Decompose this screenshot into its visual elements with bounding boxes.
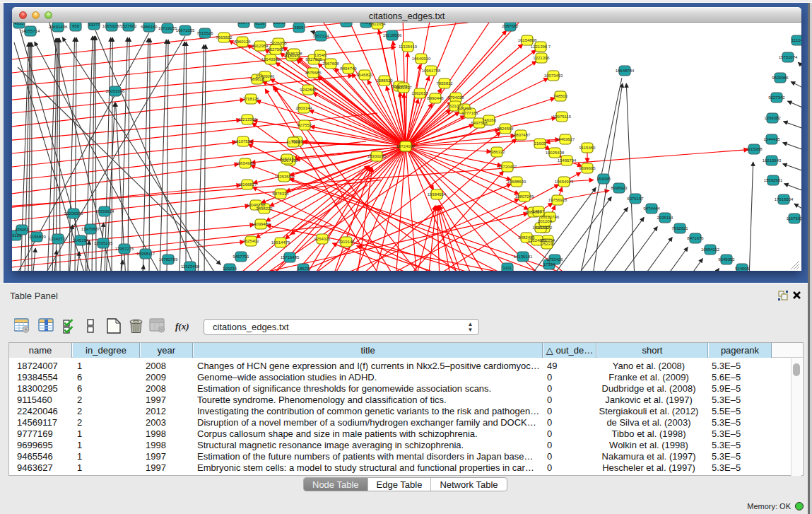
svg-text:427552: 427552 bbox=[298, 123, 312, 127]
svg-text:9777169: 9777169 bbox=[461, 111, 478, 115]
svg-text:14055714: 14055714 bbox=[21, 29, 40, 33]
svg-text:9115460: 9115460 bbox=[579, 146, 596, 150]
svg-text:10807487: 10807487 bbox=[512, 133, 531, 137]
svg-text:3809: 3809 bbox=[294, 25, 304, 30]
svg-text:9474444: 9474444 bbox=[643, 206, 660, 211]
svg-text:16154808: 16154808 bbox=[518, 38, 537, 42]
svg-text:8471676: 8471676 bbox=[687, 236, 704, 240]
svg-text:3875685: 3875685 bbox=[305, 71, 322, 75]
svg-text:2935114: 2935114 bbox=[657, 216, 674, 220]
svg-text:8813054: 8813054 bbox=[369, 23, 386, 26]
svg-text:10653287: 10653287 bbox=[102, 24, 122, 28]
svg-text:2087682: 2087682 bbox=[502, 24, 519, 28]
svg-text:18300295: 18300295 bbox=[367, 154, 387, 158]
svg-text:1254021: 1254021 bbox=[314, 237, 331, 241]
svg-text:164095: 164095 bbox=[596, 177, 611, 181]
svg-text:12213369: 12213369 bbox=[238, 117, 257, 122]
svg-text:16640910: 16640910 bbox=[412, 57, 431, 61]
svg-text:1527602: 1527602 bbox=[120, 24, 137, 28]
svg-text:435051: 435051 bbox=[15, 228, 30, 232]
svg-text:2803144: 2803144 bbox=[295, 106, 312, 110]
svg-text:11923468: 11923468 bbox=[181, 264, 200, 269]
svg-text:6379197: 6379197 bbox=[627, 197, 644, 201]
svg-text:10958117: 10958117 bbox=[136, 252, 155, 256]
svg-text:1919146: 1919146 bbox=[338, 240, 355, 244]
svg-text:15592951: 15592951 bbox=[764, 178, 783, 182]
svg-text:14099489: 14099489 bbox=[252, 222, 271, 226]
svg-text:39159: 39159 bbox=[12, 233, 22, 238]
svg-text:10025438: 10025438 bbox=[546, 151, 565, 155]
svg-text:6794028: 6794028 bbox=[447, 95, 464, 100]
svg-text:17359924: 17359924 bbox=[95, 209, 114, 214]
svg-text:1221396: 1221396 bbox=[533, 56, 550, 60]
svg-text:15751074: 15751074 bbox=[779, 55, 798, 59]
svg-text:1221396 7: 1221396 7 bbox=[531, 45, 551, 49]
svg-text:18523: 18523 bbox=[298, 267, 310, 271]
svg-text:16210643: 16210643 bbox=[763, 158, 782, 163]
svg-text:20053346: 20053346 bbox=[106, 89, 125, 93]
svg-text:2967608: 2967608 bbox=[322, 62, 339, 66]
svg-text:1209382: 1209382 bbox=[764, 116, 781, 120]
svg-text:1244415: 1244415 bbox=[763, 137, 780, 141]
svg-text:18807249: 18807249 bbox=[515, 194, 534, 199]
svg-text:1145194: 1145194 bbox=[73, 238, 90, 243]
svg-text:13495794: 13495794 bbox=[558, 158, 577, 163]
svg-text:20206556: 20206556 bbox=[64, 211, 83, 216]
svg-text:201204: 201204 bbox=[538, 219, 553, 223]
svg-text:1733426: 1733426 bbox=[546, 257, 563, 262]
svg-text:15716485: 15716485 bbox=[281, 255, 300, 259]
svg-text:19654923: 19654923 bbox=[555, 180, 574, 184]
svg-text:9699695: 9699695 bbox=[579, 166, 596, 170]
svg-text:924505: 924505 bbox=[735, 267, 750, 271]
svg-text:3498222: 3498222 bbox=[256, 206, 273, 211]
svg-text:746266: 746266 bbox=[482, 118, 497, 122]
svg-text:7515526: 7515526 bbox=[196, 31, 213, 35]
svg-text:5878334: 5878334 bbox=[272, 192, 289, 196]
svg-text:5822037: 5822037 bbox=[395, 86, 412, 90]
svg-text:9242848: 9242848 bbox=[300, 88, 317, 92]
svg-text:11325419: 11325419 bbox=[399, 45, 418, 49]
svg-text:1411: 1411 bbox=[503, 266, 513, 270]
svg-text:f(x): f(x) bbox=[175, 321, 189, 332]
svg-text:7663822: 7663822 bbox=[216, 35, 233, 40]
svg-text:10688609: 10688609 bbox=[507, 180, 526, 184]
svg-text:14567: 14567 bbox=[533, 209, 545, 214]
svg-text:17334: 17334 bbox=[543, 262, 555, 267]
svg-text:989618: 989618 bbox=[250, 77, 265, 81]
svg-text:1615132: 1615132 bbox=[532, 226, 549, 230]
svg-text:18724007: 18724007 bbox=[396, 144, 416, 148]
svg-text:8938923: 8938923 bbox=[611, 186, 628, 190]
svg-text:16543362: 16543362 bbox=[261, 57, 281, 62]
svg-text:15353594: 15353594 bbox=[275, 175, 294, 179]
svg-text:8912954: 8912954 bbox=[252, 44, 269, 48]
svg-text:16782759: 16782759 bbox=[159, 257, 178, 262]
svg-text:7955812: 7955812 bbox=[436, 81, 453, 86]
svg-text:8990448: 8990448 bbox=[427, 96, 444, 100]
svg-text:19166827: 19166827 bbox=[238, 182, 257, 187]
svg-text:9327505: 9327505 bbox=[305, 57, 322, 62]
svg-text:9529966: 9529966 bbox=[772, 76, 789, 80]
svg-text:3824554: 3824554 bbox=[497, 127, 514, 131]
svg-text:13546: 13546 bbox=[314, 53, 326, 57]
svg-text:16914479: 16914479 bbox=[271, 240, 290, 245]
svg-text:2482485: 2482485 bbox=[518, 235, 535, 240]
svg-text:10719155: 10719155 bbox=[158, 26, 177, 30]
svg-text:109234: 109234 bbox=[223, 267, 237, 271]
svg-text:19756928: 19756928 bbox=[548, 198, 567, 202]
svg-text:25221: 25221 bbox=[541, 242, 553, 246]
svg-text:8236: 8236 bbox=[255, 23, 265, 25]
svg-text:16671355: 16671355 bbox=[176, 28, 195, 33]
svg-text:19218506: 19218506 bbox=[383, 33, 402, 37]
svg-text:19377: 19377 bbox=[238, 23, 250, 25]
svg-text:16648784: 16648784 bbox=[616, 69, 635, 73]
svg-text:19377: 19377 bbox=[88, 23, 100, 27]
svg-text:17957275: 17957275 bbox=[115, 247, 134, 251]
svg-text:13975115: 13975115 bbox=[553, 115, 572, 119]
svg-text:1167533: 1167533 bbox=[787, 216, 801, 221]
svg-text:19384554: 19384554 bbox=[428, 192, 447, 197]
svg-text:6466160: 6466160 bbox=[141, 25, 158, 29]
svg-text:1362615: 1362615 bbox=[411, 91, 428, 95]
svg-text:826715: 826715 bbox=[280, 157, 295, 161]
svg-text:958: 958 bbox=[72, 24, 80, 28]
svg-text:10961758: 10961758 bbox=[422, 69, 441, 73]
